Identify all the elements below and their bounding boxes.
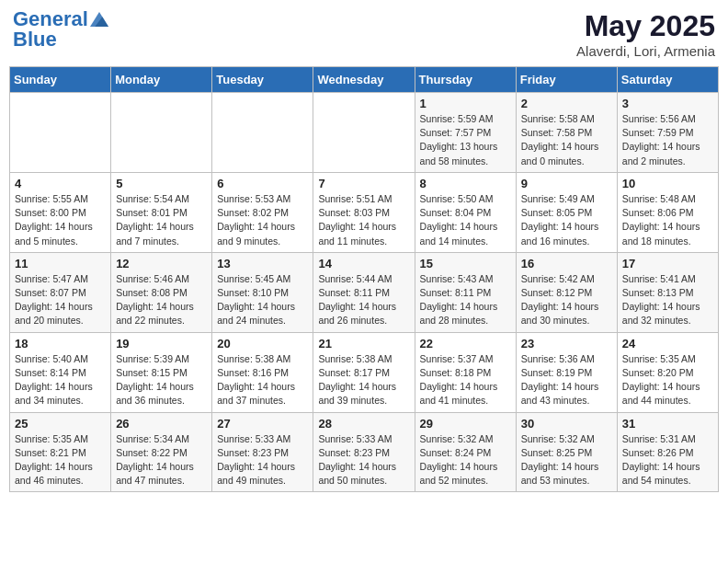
logo: General Blue [13, 9, 108, 50]
calendar-cell: 20Sunrise: 5:38 AMSunset: 8:16 PMDayligh… [212, 332, 313, 412]
day-number: 8 [420, 177, 511, 190]
day-number: 19 [116, 337, 207, 350]
day-info: Sunrise: 5:38 AMSunset: 8:16 PMDaylight:… [217, 352, 308, 408]
day-info: Sunrise: 5:35 AMSunset: 8:20 PMDaylight:… [622, 352, 713, 408]
calendar-cell [313, 93, 415, 173]
day-info: Sunrise: 5:38 AMSunset: 8:17 PMDaylight:… [318, 352, 409, 408]
subtitle: Alaverdi, Lori, Armenia [576, 43, 715, 59]
day-number: 23 [521, 337, 612, 350]
day-number: 14 [318, 257, 409, 270]
calendar-cell: 1Sunrise: 5:59 AMSunset: 7:57 PMDaylight… [415, 93, 516, 173]
calendar-cell: 29Sunrise: 5:32 AMSunset: 8:24 PMDayligh… [415, 412, 516, 492]
day-info: Sunrise: 5:31 AMSunset: 8:26 PMDaylight:… [622, 432, 713, 488]
calendar-header-row: SundayMondayTuesdayWednesdayThursdayFrid… [10, 67, 719, 93]
day-number: 26 [116, 417, 207, 431]
day-info: Sunrise: 5:43 AMSunset: 8:11 PMDaylight:… [420, 272, 511, 328]
calendar-cell: 15Sunrise: 5:43 AMSunset: 8:11 PMDayligh… [415, 252, 516, 332]
day-number: 27 [217, 417, 308, 431]
day-info: Sunrise: 5:49 AMSunset: 8:05 PMDaylight:… [521, 192, 612, 248]
calendar-cell: 6Sunrise: 5:53 AMSunset: 8:02 PMDaylight… [212, 172, 313, 252]
main-title: May 2025 [576, 9, 715, 43]
day-number: 28 [318, 417, 409, 431]
day-info: Sunrise: 5:33 AMSunset: 8:23 PMDaylight:… [318, 432, 409, 488]
calendar-cell: 5Sunrise: 5:54 AMSunset: 8:01 PMDaylight… [111, 172, 212, 252]
calendar-cell: 10Sunrise: 5:48 AMSunset: 8:06 PMDayligh… [617, 172, 718, 252]
logo-blue: Blue [13, 29, 57, 50]
day-info: Sunrise: 5:48 AMSunset: 8:06 PMDaylight:… [622, 192, 713, 248]
day-info: Sunrise: 5:59 AMSunset: 7:57 PMDaylight:… [420, 112, 511, 168]
day-info: Sunrise: 5:32 AMSunset: 8:24 PMDaylight:… [420, 432, 511, 488]
calendar-week-row: 4Sunrise: 5:55 AMSunset: 8:00 PMDaylight… [10, 172, 719, 252]
logo-icon [90, 10, 108, 29]
day-info: Sunrise: 5:37 AMSunset: 8:18 PMDaylight:… [420, 352, 511, 408]
calendar-cell: 2Sunrise: 5:58 AMSunset: 7:58 PMDaylight… [516, 93, 617, 173]
day-number: 15 [420, 257, 511, 270]
calendar-cell: 30Sunrise: 5:32 AMSunset: 8:25 PMDayligh… [516, 412, 617, 492]
calendar-cell: 23Sunrise: 5:36 AMSunset: 8:19 PMDayligh… [516, 332, 617, 412]
day-info: Sunrise: 5:46 AMSunset: 8:08 PMDaylight:… [116, 272, 207, 328]
calendar-cell: 4Sunrise: 5:55 AMSunset: 8:00 PMDaylight… [10, 172, 111, 252]
calendar-cell [212, 93, 313, 173]
calendar-col-thursday: Thursday [415, 67, 516, 93]
calendar-body: 1Sunrise: 5:59 AMSunset: 7:57 PMDaylight… [10, 93, 719, 492]
calendar-cell: 28Sunrise: 5:33 AMSunset: 8:23 PMDayligh… [313, 412, 415, 492]
calendar-cell: 12Sunrise: 5:46 AMSunset: 8:08 PMDayligh… [111, 252, 212, 332]
day-info: Sunrise: 5:55 AMSunset: 8:00 PMDaylight:… [15, 192, 106, 248]
day-number: 9 [521, 177, 612, 190]
calendar-cell: 27Sunrise: 5:33 AMSunset: 8:23 PMDayligh… [212, 412, 313, 492]
day-info: Sunrise: 5:33 AMSunset: 8:23 PMDaylight:… [217, 432, 308, 488]
calendar-cell: 22Sunrise: 5:37 AMSunset: 8:18 PMDayligh… [415, 332, 516, 412]
day-number: 10 [622, 177, 713, 190]
day-number: 5 [116, 177, 207, 190]
day-info: Sunrise: 5:42 AMSunset: 8:12 PMDaylight:… [521, 272, 612, 328]
calendar-week-row: 25Sunrise: 5:35 AMSunset: 8:21 PMDayligh… [10, 412, 719, 492]
day-number: 20 [217, 337, 308, 350]
calendar-cell: 19Sunrise: 5:39 AMSunset: 8:15 PMDayligh… [111, 332, 212, 412]
day-info: Sunrise: 5:36 AMSunset: 8:19 PMDaylight:… [521, 352, 612, 408]
day-info: Sunrise: 5:44 AMSunset: 8:11 PMDaylight:… [318, 272, 409, 328]
day-number: 2 [521, 97, 612, 110]
calendar-cell: 26Sunrise: 5:34 AMSunset: 8:22 PMDayligh… [111, 412, 212, 492]
day-info: Sunrise: 5:56 AMSunset: 7:59 PMDaylight:… [622, 112, 713, 168]
day-number: 11 [15, 257, 106, 270]
calendar-cell: 21Sunrise: 5:38 AMSunset: 8:17 PMDayligh… [313, 332, 415, 412]
day-number: 22 [420, 337, 511, 350]
day-info: Sunrise: 5:39 AMSunset: 8:15 PMDaylight:… [116, 352, 207, 408]
calendar-cell: 24Sunrise: 5:35 AMSunset: 8:20 PMDayligh… [617, 332, 718, 412]
title-block: May 2025 Alaverdi, Lori, Armenia [576, 9, 715, 59]
calendar-col-monday: Monday [111, 67, 212, 93]
day-number: 21 [318, 337, 409, 350]
calendar-cell: 7Sunrise: 5:51 AMSunset: 8:03 PMDaylight… [313, 172, 415, 252]
day-info: Sunrise: 5:35 AMSunset: 8:21 PMDaylight:… [15, 432, 106, 488]
page-header: General Blue May 2025 Alaverdi, Lori, Ar… [9, 9, 719, 59]
calendar-table: SundayMondayTuesdayWednesdayThursdayFrid… [9, 66, 719, 492]
day-info: Sunrise: 5:34 AMSunset: 8:22 PMDaylight:… [116, 432, 207, 488]
day-info: Sunrise: 5:50 AMSunset: 8:04 PMDaylight:… [420, 192, 511, 248]
day-number: 4 [15, 177, 106, 190]
day-number: 30 [521, 417, 612, 431]
day-number: 18 [15, 337, 106, 350]
calendar-cell: 11Sunrise: 5:47 AMSunset: 8:07 PMDayligh… [10, 252, 111, 332]
day-info: Sunrise: 5:47 AMSunset: 8:07 PMDaylight:… [15, 272, 106, 328]
calendar-cell: 25Sunrise: 5:35 AMSunset: 8:21 PMDayligh… [10, 412, 111, 492]
calendar-col-saturday: Saturday [617, 67, 718, 93]
day-number: 29 [420, 417, 511, 431]
calendar-col-tuesday: Tuesday [212, 67, 313, 93]
day-number: 12 [116, 257, 207, 270]
calendar-week-row: 1Sunrise: 5:59 AMSunset: 7:57 PMDaylight… [10, 93, 719, 173]
day-info: Sunrise: 5:45 AMSunset: 8:10 PMDaylight:… [217, 272, 308, 328]
calendar-cell [111, 93, 212, 173]
calendar-cell: 17Sunrise: 5:41 AMSunset: 8:13 PMDayligh… [617, 252, 718, 332]
day-number: 17 [622, 257, 713, 270]
calendar-cell: 18Sunrise: 5:40 AMSunset: 8:14 PMDayligh… [10, 332, 111, 412]
day-number: 25 [15, 417, 106, 431]
calendar-col-wednesday: Wednesday [313, 67, 415, 93]
calendar-cell [10, 93, 111, 173]
day-info: Sunrise: 5:32 AMSunset: 8:25 PMDaylight:… [521, 432, 612, 488]
day-number: 1 [420, 97, 511, 110]
calendar-cell: 3Sunrise: 5:56 AMSunset: 7:59 PMDaylight… [617, 93, 718, 173]
calendar-cell: 9Sunrise: 5:49 AMSunset: 8:05 PMDaylight… [516, 172, 617, 252]
calendar-cell: 14Sunrise: 5:44 AMSunset: 8:11 PMDayligh… [313, 252, 415, 332]
calendar-week-row: 11Sunrise: 5:47 AMSunset: 8:07 PMDayligh… [10, 252, 719, 332]
calendar-cell: 31Sunrise: 5:31 AMSunset: 8:26 PMDayligh… [617, 412, 718, 492]
